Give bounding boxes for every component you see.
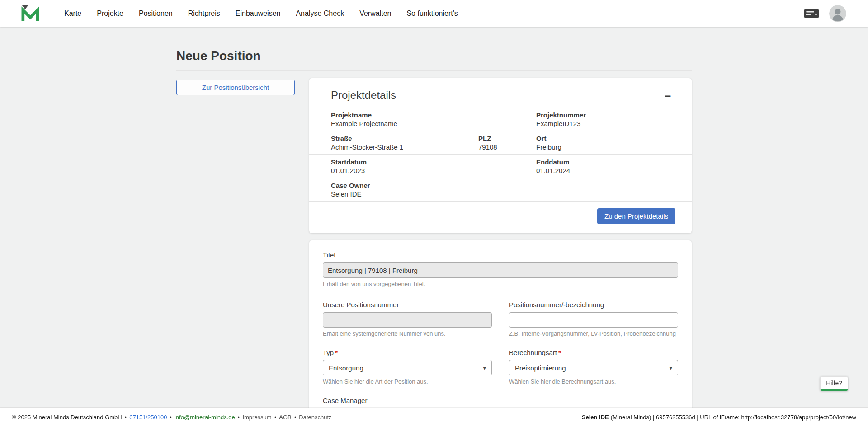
project-details-button[interactable]: Zu den Projektdetails: [597, 208, 675, 224]
titel-help: Erhält den von uns vorgegebenen Titel.: [323, 281, 678, 287]
titel-label: Titel: [323, 251, 678, 259]
nav-item-karte[interactable]: Karte: [64, 9, 81, 18]
footer-phone-link[interactable]: 07151/250100: [129, 414, 167, 421]
user-avatar-icon[interactable]: [829, 5, 846, 22]
logo-icon[interactable]: [21, 5, 64, 22]
main-nav: Karte Projekte Positionen Richtpreis Ein…: [64, 9, 804, 18]
field-projektname: Projektname Example Projectname: [331, 111, 536, 127]
right-column: Projektdetails – Projektname Example Pro…: [309, 78, 692, 426]
table-row: Case Owner Selen IDE: [309, 178, 692, 202]
titel-input: [323, 262, 678, 278]
nav-item-einbauweisen[interactable]: Einbauweisen: [236, 9, 281, 18]
field-case-owner: Case Owner Selen IDE: [331, 182, 536, 198]
unsere-positionsnummer-input: [323, 312, 492, 328]
berechnungsart-label: Berechnungsart*: [509, 349, 678, 356]
berechnungsart-help: Wählen Sie hier die Berechnungsart aus.: [509, 378, 678, 385]
chevron-down-icon: ▾: [483, 365, 486, 371]
position-form-card: Titel Erhält den von uns vorgegebenen Ti…: [309, 240, 692, 426]
positionsnummer-help: Z.B. Interne-Vorgangsnummer, LV-Position…: [509, 330, 678, 337]
project-card-title: Projektdetails: [331, 89, 396, 102]
nav-item-richtpreis[interactable]: Richtpreis: [188, 9, 220, 18]
project-detail-table: Projektname Example Projectname Projektn…: [309, 108, 692, 202]
case-manager-label: Case Manager: [323, 397, 492, 404]
help-button[interactable]: Hilfe?: [820, 376, 848, 391]
table-row: Startdatum 01.01.2023 Enddatum 01.01.202…: [309, 155, 692, 178]
main-content: Neue Position Zur Positionsübersicht Pro…: [176, 27, 692, 426]
footer-session-details: (Mineral Minds) | 69576255536d | URL of …: [611, 414, 856, 421]
field-projektnummer: Projektnummer ExampleID123: [536, 111, 674, 127]
berechnungsart-select[interactable]: Preisoptimierung ▾: [509, 360, 678, 375]
field-ort: Ort Freiburg: [536, 135, 674, 151]
unsere-positionsnummer-label: Unsere Positionsnummer: [323, 301, 492, 309]
typ-select-value: Entsorgung: [329, 364, 363, 372]
footer-user: Selen IDE: [582, 414, 609, 421]
nav-right-section: [804, 5, 846, 22]
left-column: Zur Positionsübersicht: [176, 78, 309, 95]
unsere-positionsnummer-help: Erhält eine systemgenerierte Nummer von …: [323, 330, 492, 337]
footer-left: © 2025 Mineral Minds Deutschland GmbH • …: [12, 414, 332, 421]
field-enddatum: Enddatum 01.01.2024: [536, 158, 674, 174]
page-title: Neue Position: [176, 49, 692, 63]
chevron-down-icon: ▾: [669, 365, 672, 371]
collapse-icon[interactable]: –: [665, 90, 671, 101]
footer-impressum-link[interactable]: Impressum: [242, 414, 271, 421]
server-icon[interactable]: [804, 8, 819, 19]
footer: © 2025 Mineral Minds Deutschland GmbH • …: [0, 408, 868, 426]
top-navbar: Karte Projekte Positionen Richtpreis Ein…: [0, 0, 868, 27]
page-header: Neue Position: [176, 49, 692, 71]
nav-item-so-funktionierts[interactable]: So funktioniert's: [406, 9, 458, 18]
footer-datenschutz-link[interactable]: Datenschutz: [299, 414, 331, 421]
field-plz: PLZ 79108: [478, 135, 536, 151]
field-berechnungsart: Berechnungsart* Preisoptimierung ▾ Wähle…: [509, 349, 678, 385]
positionsnummer-input[interactable]: [509, 312, 678, 328]
required-asterisk: *: [335, 349, 338, 356]
typ-select[interactable]: Entsorgung ▾: [323, 360, 492, 375]
positionsnummer-label: Positionsnummer/-bezeichnung: [509, 301, 678, 309]
position-overview-button[interactable]: Zur Positionsübersicht: [176, 80, 295, 95]
field-titel: Titel Erhält den von uns vorgegebenen Ti…: [323, 251, 678, 287]
nav-item-positionen[interactable]: Positionen: [139, 9, 173, 18]
nav-item-projekte[interactable]: Projekte: [97, 9, 123, 18]
field-strasse: Straße Achim-Stocker-Straße 1: [331, 135, 478, 151]
field-startdatum: Startdatum 01.01.2023: [331, 158, 536, 174]
table-row: Projektname Example Projectname Projektn…: [309, 108, 692, 131]
field-unsere-positionsnummer: Unsere Positionsnummer Erhält eine syste…: [323, 301, 492, 337]
berechnungsart-select-value: Preisoptimierung: [515, 364, 566, 372]
field-positionsnummer: Positionsnummer/-bezeichnung Z.B. Intern…: [509, 301, 678, 337]
table-row: Straße Achim-Stocker-Straße 1 PLZ 79108 …: [309, 131, 692, 155]
footer-session-info: Selen IDE (Mineral Minds) | 69576255536d…: [582, 414, 856, 421]
nav-item-analyse-check[interactable]: Analyse Check: [296, 9, 344, 18]
footer-email-link[interactable]: info@mineral-minds.de: [175, 414, 235, 421]
typ-help: Wählen Sie hier die Art der Position aus…: [323, 378, 492, 385]
required-asterisk: *: [558, 349, 561, 356]
typ-label: Typ*: [323, 349, 492, 356]
field-typ: Typ* Entsorgung ▾ Wählen Sie hier die Ar…: [323, 349, 492, 385]
nav-item-verwalten[interactable]: Verwalten: [359, 9, 391, 18]
project-details-card: Projektdetails – Projektname Example Pro…: [309, 78, 692, 233]
footer-agb-link[interactable]: AGB: [279, 414, 291, 421]
footer-copyright: © 2025 Mineral Minds Deutschland GmbH: [12, 414, 122, 421]
